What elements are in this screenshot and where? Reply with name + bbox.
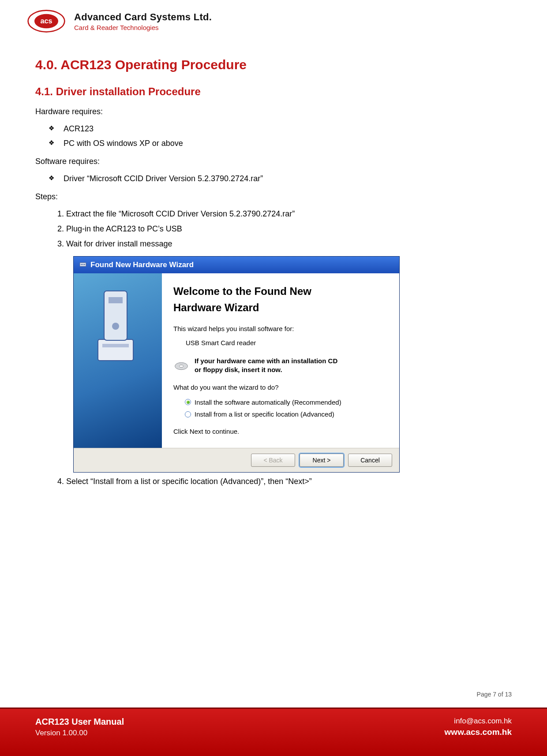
steps-list: Extract the file “Microsoft CCID Driver … xyxy=(35,207,512,252)
list-item: Driver “Microsoft CCID Driver Version 5.… xyxy=(64,171,512,186)
page-number: Page 7 of 13 xyxy=(477,691,512,698)
steps-list-continued: Select “Install from a list or specific … xyxy=(35,474,512,489)
list-item: PC with OS windows XP or above xyxy=(64,136,512,151)
back-button[interactable]: < Back xyxy=(251,454,295,467)
company-name: Advanced Card Systems Ltd. xyxy=(74,11,212,23)
document-version: Version 1.00.00 xyxy=(35,729,124,737)
svg-point-3 xyxy=(81,264,82,265)
wizard-radio-list[interactable]: Install from a list or specific location… xyxy=(185,408,388,420)
steps-label: Steps: xyxy=(35,191,512,203)
document-title: ACR123 User Manual xyxy=(35,717,124,727)
list-item: ACR123 xyxy=(64,122,512,137)
wizard-heading-line1: Welcome to the Found New xyxy=(173,285,311,297)
wizard-cd-text-line1: If your hardware came with an installati… xyxy=(195,357,337,365)
section-heading-4-0: 4.0. ACR123 Operating Procedure xyxy=(35,55,512,75)
svg-rect-8 xyxy=(109,297,123,303)
svg-point-5 xyxy=(84,264,85,265)
page-header: acs Advanced Card Systems Ltd. Card & Re… xyxy=(0,0,547,38)
wizard-intro-text: This wizard helps you install software f… xyxy=(173,324,388,334)
wizard-cd-text-line2: or floppy disk, insert it now. xyxy=(195,366,282,373)
document-body: 4.0. ACR123 Operating Procedure 4.1. Dri… xyxy=(0,38,547,489)
radio-dot-icon xyxy=(185,411,191,417)
list-item: Select “Install from a list or specific … xyxy=(66,474,512,489)
wizard-radio-group: Install the software automatically (Reco… xyxy=(185,396,388,421)
next-button[interactable]: Next > xyxy=(300,454,344,467)
wizard-button-bar: < Back Next > Cancel xyxy=(74,448,399,472)
hardware-requires-label: Hardware requires: xyxy=(35,106,512,118)
contact-website: www.acs.com.hk xyxy=(445,727,512,737)
hardware-requires-list: ACR123 PC with OS windows XP or above xyxy=(35,122,512,152)
svg-point-4 xyxy=(82,264,83,265)
software-requires-label: Software requires: xyxy=(35,156,512,168)
wizard-window: Found New Hardware Wizard Welcome to the… xyxy=(73,256,400,473)
company-tagline: Card & Reader Technologies xyxy=(74,24,212,31)
software-requires-list: Driver “Microsoft CCID Driver Version 5.… xyxy=(35,171,512,186)
wizard-content: Welcome to the Found New Hardware Wizard… xyxy=(162,273,399,448)
wizard-continue-text: Click Next to continue. xyxy=(173,426,388,436)
wizard-radio-list-label: Install from a list or specific location… xyxy=(195,409,334,419)
list-item: Extract the file “Microsoft CCID Driver … xyxy=(66,207,512,222)
company-logo: acs xyxy=(26,9,66,34)
contact-email: info@acs.com.hk xyxy=(445,717,512,726)
svg-point-12 xyxy=(180,365,184,367)
list-item: Plug-in the ACR123 to PC’s USB xyxy=(66,222,512,237)
wizard-screenshot: Found New Hardware Wizard Welcome to the… xyxy=(73,256,400,473)
hardware-icon xyxy=(79,261,87,269)
wizard-title-text: Found New Hardware Wizard xyxy=(90,259,194,271)
cancel-button[interactable]: Cancel xyxy=(348,454,392,467)
wizard-heading-line2: Hardware Wizard xyxy=(173,302,259,313)
cd-icon xyxy=(173,357,189,372)
section-heading-4-1: 4.1. Driver installation Procedure xyxy=(35,83,512,100)
radio-dot-selected-icon xyxy=(185,399,191,405)
wizard-radio-auto[interactable]: Install the software automatically (Reco… xyxy=(185,396,388,408)
page-footer: ACR123 User Manual Version 1.00.00 info@… xyxy=(0,708,547,756)
svg-rect-10 xyxy=(102,344,129,347)
list-item: Wait for driver install message xyxy=(66,237,512,252)
wizard-sidebar-image xyxy=(74,273,162,448)
wizard-titlebar: Found New Hardware Wizard xyxy=(74,257,399,273)
logo-text: acs xyxy=(40,17,52,25)
svg-rect-6 xyxy=(98,339,133,361)
wizard-device-name: USB Smart Card reader xyxy=(186,338,388,348)
svg-point-9 xyxy=(112,323,119,330)
wizard-radio-auto-label: Install the software automatically (Reco… xyxy=(195,397,341,407)
wizard-question: What do you want the wizard to do? xyxy=(173,382,388,392)
